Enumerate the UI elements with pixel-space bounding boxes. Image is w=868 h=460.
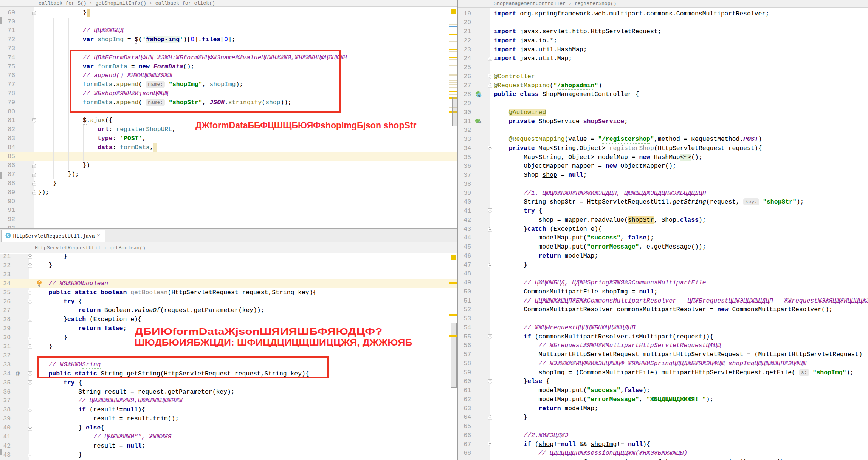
svg-text:C: C (7, 233, 9, 238)
svg-text:c: c (478, 93, 480, 97)
